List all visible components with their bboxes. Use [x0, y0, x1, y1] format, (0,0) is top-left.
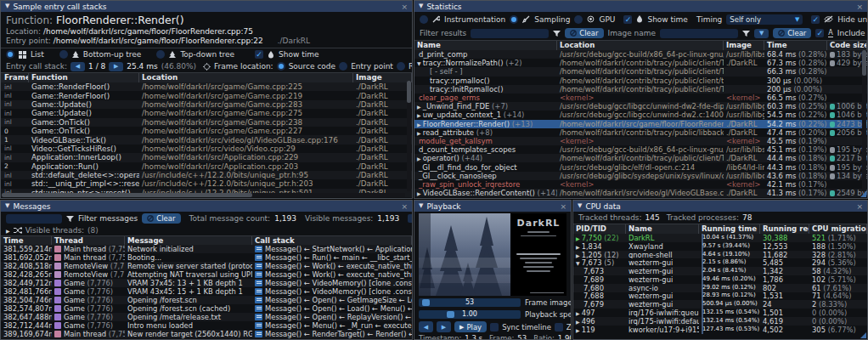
callstack-row[interactable]: 2 Application::Run() /home/wolf/darkrl/s…: [1, 162, 412, 171]
callstack-cell[interactable]: Message() ← Open() ← Load() ← Menu() ← _: [252, 304, 412, 313]
collapse-icon[interactable]: ▼: [5, 201, 9, 212]
hide-unknown-label[interactable]: Hide unknown: [837, 15, 868, 24]
column-header-time[interactable]: Time: [1, 236, 52, 245]
column-header-frame[interactable]: Frame: [1, 73, 29, 82]
callstack-cell[interactable]: Message() ← Run() ← main ← __libc_start_…: [252, 253, 412, 262]
column-header-name[interactable]: Name: [414, 41, 557, 50]
resize-grip[interactable]: [860, 191, 866, 197]
clear-image-button[interactable]: Clear: [773, 28, 811, 38]
expand-icon[interactable]: ▶: [576, 235, 580, 241]
message-row[interactable]: 382,712,444ns Game (7,776) Intro menu lo…: [1, 321, 412, 330]
playback-speed-slider[interactable]: 1.00: [419, 310, 521, 319]
callstack-row[interactable]: inl Game::OnTick() /home/wolf/darkrl/src…: [1, 118, 412, 127]
expand-icon[interactable]: ▼: [576, 260, 580, 266]
return-address-radio[interactable]: [397, 62, 405, 71]
message-row[interactable]: 381,692,052ns Main thread (7,750) Bootin…: [1, 253, 412, 262]
cpu-row[interactable]: 7,679 wezterm-gui 500.94 µs (0.00%) 24 2…: [573, 300, 867, 309]
message-row[interactable]: 382,574,807ns Game (7,776) Opening /fore…: [1, 304, 412, 313]
bottom-up-tree-label[interactable]: Bottom-up tree: [83, 50, 142, 59]
column-header-running-time[interactable]: Running time ▼: [699, 224, 760, 234]
callstack-cell[interactable]: Message() ← Open() ← GetImageSize ← Load…: [252, 296, 412, 304]
message-row[interactable]: 382,449,712ns Game (7,776) VRAM 37x45: 1…: [1, 279, 412, 287]
callstack-cell[interactable]: Message() ← Work() ← execute_native_thre…: [252, 262, 412, 270]
gpu-label[interactable]: GPU: [599, 15, 615, 24]
show-frame-images-checkbox[interactable]: [408, 214, 413, 223]
next-stack-button[interactable]: ▶: [109, 62, 123, 71]
message-row[interactable]: 389,169,674ns Main thread (7,750) New re…: [1, 330, 412, 338]
gpu-radio[interactable]: [574, 15, 583, 24]
column-header-cpu-migrations[interactable]: CPU migrations: [809, 224, 867, 234]
column-header-location[interactable]: Location: [557, 41, 724, 50]
callstack-row[interactable]: inl Game::Update() /home/wolf/darkrl/src…: [1, 100, 412, 109]
callstack-row[interactable]: inl Application::InnerLoop() /home/wolf/…: [1, 153, 412, 162]
expand-icon[interactable]: ▶: [417, 104, 421, 110]
callstack-row[interactable]: inl Game::RenderFloor() /home/wolf/darkr…: [1, 82, 412, 91]
clear-messages-button[interactable]: Clear: [142, 213, 180, 224]
hide-unknown-checkbox[interactable]: ✓: [811, 15, 820, 24]
message-row[interactable]: 382,481,766ns Game (7,776) VRAM 43x45: 1…: [1, 287, 412, 296]
filter-messages-label[interactable]: Filter messages: [78, 214, 138, 223]
expand-icon[interactable]: ▶: [576, 252, 580, 258]
zoom-2x-label[interactable]: Zoom 2×: [566, 323, 572, 332]
show-time-label[interactable]: Show time: [279, 50, 318, 59]
expand-icon[interactable]: ▶: [576, 310, 580, 316]
callstack-row[interactable]: inl std::default_delete<>::operator()() …: [1, 171, 412, 179]
statistics-row[interactable]: ▶operator() (+44) /home/wolf/darkrl/cont…: [414, 154, 867, 162]
funnel-icon[interactable]: [553, 30, 561, 37]
message-row[interactable]: 382,408,518ns RemoteView (7,775) Remote …: [1, 262, 412, 270]
column-header-time[interactable]: Time: [764, 41, 827, 50]
statistics-row[interactable]: ▶_Unwind_Find_FDE (+7) /usr/src/debug/gc…: [414, 102, 867, 110]
show-time-checkbox[interactable]: ✓: [255, 50, 263, 59]
statistics-row[interactable]: clear_page_erms <kernel> <kernel> 66.5 m…: [414, 94, 867, 102]
column-header-function[interactable]: Function: [29, 73, 139, 82]
callstack-row[interactable]: 1 VideoGLBase::Tick() /home/wolf/darkrl/…: [1, 135, 412, 144]
top-down-tree-radio[interactable]: [156, 50, 165, 59]
expand-icon[interactable]: ▶: [576, 319, 580, 325]
sync-timeline-label[interactable]: Sync timeline: [502, 323, 551, 332]
callstack-row[interactable]: inl Game::Update() /home/wolf/darkrl/src…: [1, 109, 412, 117]
message-row[interactable]: 382,647,488ns Game (7,776) Opening /meta…: [1, 313, 412, 321]
sampling-label[interactable]: Sampling: [534, 15, 570, 24]
collapse-icon[interactable]: ▼: [419, 201, 423, 212]
statistics-row[interactable]: ▶uw_update_context_1 (+14) /usr/src/debu…: [414, 110, 867, 119]
zoom-2x-checkbox[interactable]: [555, 323, 563, 332]
instrumentation-radio[interactable]: [420, 15, 428, 24]
column-header-location[interactable]: Location: [139, 73, 353, 82]
callstack-cell[interactable]: Message() ← Work() ← execute_native_thre…: [252, 270, 412, 279]
cpu-row[interactable]: ▶1,834 Xwayland 9.57 s (39.44%) 12,553 1…: [573, 242, 867, 251]
callstack-row[interactable]: inl Game::RenderFloor() /home/wolf/darkr…: [1, 91, 412, 99]
message-row[interactable]: 381,559,214ns Main thread (7,750) Networ…: [1, 245, 412, 253]
statistics-row[interactable]: ▶read_attribute (+8) /home/wolf/darkrl/c…: [414, 128, 867, 137]
prev-frame-button[interactable]: ◀: [419, 321, 433, 332]
collapse-icon[interactable]: ▼: [578, 201, 582, 212]
next-frame-button[interactable]: ▶: [437, 321, 451, 332]
statistics-row[interactable]: tracy::rpmalloc() /home/wolf/darkrl/cont…: [414, 76, 867, 85]
collapse-icon[interactable]: ▼: [419, 1, 423, 12]
column-header-image[interactable]: Image: [724, 41, 764, 50]
image-dropdown-button[interactable]: ▼: [754, 29, 769, 38]
image-name-input[interactable]: [660, 29, 738, 38]
source-code-radio[interactable]: [277, 62, 285, 71]
cpu-row[interactable]: ▼7,673 (5) wezterm-gui 2.15 s (8.86%) 5,…: [573, 258, 867, 267]
close-icon[interactable]: ×: [401, 202, 408, 211]
callstack-cell[interactable]: Message() ← Open() ← ReplayVersion() ← M…: [252, 313, 412, 321]
expand-icon[interactable]: ▶: [417, 122, 421, 128]
column-header-callstack[interactable]: Call stack: [252, 236, 412, 245]
visible-threads-label[interactable]: Visible threads:: [25, 226, 84, 235]
close-icon[interactable]: ×: [856, 202, 863, 211]
clear-filter-button[interactable]: Clear: [565, 28, 603, 38]
show-time-label[interactable]: Show time: [647, 15, 687, 24]
callstack-cell[interactable]: Message() ← StartNetwork() ← Application…: [252, 245, 412, 253]
message-filter-input[interactable]: [6, 214, 62, 224]
column-header-thread[interactable]: Thread: [52, 236, 125, 245]
statistics-row[interactable]: _GI__clock_nanosleep /usr/src/debug/glib…: [414, 172, 867, 180]
statistics-row[interactable]: d_print_comp /usr/src/debug/gcc-build/x8…: [414, 50, 867, 59]
column-header-code-size[interactable]: Code size: [827, 41, 867, 50]
sampling-radio[interactable]: [510, 15, 518, 24]
show-time-checkbox[interactable]: ✓: [623, 15, 632, 24]
play-button[interactable]: ▶ Play: [454, 321, 487, 332]
statistics-row[interactable]: ▶VideoGLBase::RenderContent() (+14) /hom…: [414, 189, 867, 197]
statistics-row[interactable]: [ - self - ] /home/wolf/darkrl/contrib/t…: [414, 67, 867, 76]
callstack-cell[interactable]: Message() ← VideoMemory() [clone .constp…: [252, 287, 412, 296]
include-kernel-label[interactable]: Include kernel: [837, 29, 868, 37]
